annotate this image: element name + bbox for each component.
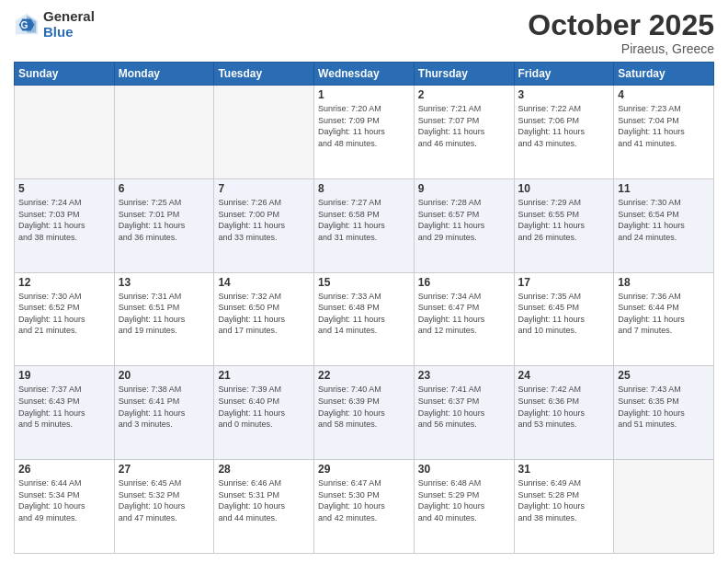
header: G General Blue October 2025 Piraeus, Gre… (14, 9, 714, 56)
day-info: Sunrise: 7:26 AM Sunset: 7:00 PM Dayligh… (218, 197, 310, 243)
day-number: 3 (518, 88, 610, 101)
day-info: Sunrise: 7:43 AM Sunset: 6:35 PM Dayligh… (618, 384, 710, 430)
col-sunday: Sunday (15, 63, 115, 86)
svg-text:G: G (20, 19, 28, 29)
day-number: 6 (119, 182, 210, 195)
day-info: Sunrise: 7:29 AM Sunset: 6:55 PM Dayligh… (518, 197, 610, 243)
day-info: Sunrise: 7:34 AM Sunset: 6:47 PM Dayligh… (418, 291, 510, 337)
logo-blue-text: Blue (43, 25, 95, 40)
day-number: 24 (518, 369, 610, 382)
table-row (614, 460, 714, 554)
day-info: Sunrise: 6:46 AM Sunset: 5:31 PM Dayligh… (218, 477, 310, 523)
logo-text: General Blue (43, 9, 95, 40)
table-row: 25Sunrise: 7:43 AM Sunset: 6:35 PM Dayli… (614, 366, 714, 460)
day-number: 1 (318, 88, 410, 101)
day-info: Sunrise: 7:36 AM Sunset: 6:44 PM Dayligh… (618, 291, 710, 337)
col-saturday: Saturday (614, 63, 714, 86)
table-row: 28Sunrise: 6:46 AM Sunset: 5:31 PM Dayli… (214, 460, 314, 554)
table-row: 16Sunrise: 7:34 AM Sunset: 6:47 PM Dayli… (414, 272, 514, 366)
day-number: 19 (18, 369, 110, 382)
day-info: Sunrise: 7:24 AM Sunset: 7:03 PM Dayligh… (18, 197, 110, 243)
day-number: 5 (18, 182, 110, 195)
day-info: Sunrise: 7:40 AM Sunset: 6:39 PM Dayligh… (318, 384, 410, 430)
day-number: 23 (418, 369, 510, 382)
col-monday: Monday (114, 63, 214, 86)
day-info: Sunrise: 7:28 AM Sunset: 6:57 PM Dayligh… (418, 197, 510, 243)
day-info: Sunrise: 7:30 AM Sunset: 6:54 PM Dayligh… (618, 197, 710, 243)
day-number: 13 (119, 276, 210, 289)
day-info: Sunrise: 6:45 AM Sunset: 5:32 PM Dayligh… (119, 477, 210, 523)
table-row: 7Sunrise: 7:26 AM Sunset: 7:00 PM Daylig… (214, 178, 314, 272)
table-row: 18Sunrise: 7:36 AM Sunset: 6:44 PM Dayli… (614, 272, 714, 366)
table-row: 29Sunrise: 6:47 AM Sunset: 5:30 PM Dayli… (314, 460, 415, 554)
day-info: Sunrise: 7:20 AM Sunset: 7:09 PM Dayligh… (318, 103, 410, 149)
day-number: 9 (418, 182, 510, 195)
logo-general-text: General (43, 9, 95, 25)
day-info: Sunrise: 7:33 AM Sunset: 6:48 PM Dayligh… (318, 291, 410, 337)
table-row: 19Sunrise: 7:37 AM Sunset: 6:43 PM Dayli… (15, 366, 115, 460)
day-info: Sunrise: 7:27 AM Sunset: 6:58 PM Dayligh… (318, 197, 410, 243)
table-row: 21Sunrise: 7:39 AM Sunset: 6:40 PM Dayli… (214, 366, 314, 460)
day-info: Sunrise: 7:32 AM Sunset: 6:50 PM Dayligh… (218, 291, 310, 337)
table-row: 1Sunrise: 7:20 AM Sunset: 7:09 PM Daylig… (314, 86, 415, 179)
logo: G General Blue (14, 9, 95, 40)
day-info: Sunrise: 6:48 AM Sunset: 5:29 PM Dayligh… (418, 477, 510, 523)
table-row: 2Sunrise: 7:21 AM Sunset: 7:07 PM Daylig… (414, 86, 514, 179)
day-info: Sunrise: 6:47 AM Sunset: 5:30 PM Dayligh… (318, 477, 410, 523)
day-number: 22 (318, 369, 410, 382)
table-row: 27Sunrise: 6:45 AM Sunset: 5:32 PM Dayli… (114, 460, 214, 554)
day-number: 30 (418, 463, 510, 476)
day-info: Sunrise: 7:37 AM Sunset: 6:43 PM Dayligh… (18, 384, 110, 430)
day-number: 31 (518, 463, 610, 476)
day-number: 28 (218, 463, 310, 476)
title-block: October 2025 Piraeus, Greece (528, 9, 714, 56)
calendar-table: Sunday Monday Tuesday Wednesday Thursday… (14, 62, 714, 554)
day-number: 26 (18, 463, 110, 476)
day-number: 2 (418, 88, 510, 101)
table-row (114, 86, 214, 179)
day-number: 29 (318, 463, 410, 476)
col-friday: Friday (514, 63, 614, 86)
table-row: 17Sunrise: 7:35 AM Sunset: 6:45 PM Dayli… (514, 272, 614, 366)
day-number: 25 (618, 369, 710, 382)
calendar-week-row: 26Sunrise: 6:44 AM Sunset: 5:34 PM Dayli… (15, 460, 714, 554)
table-row: 10Sunrise: 7:29 AM Sunset: 6:55 PM Dayli… (514, 178, 614, 272)
day-number: 20 (119, 369, 210, 382)
day-number: 8 (318, 182, 410, 195)
day-info: Sunrise: 7:22 AM Sunset: 7:06 PM Dayligh… (518, 103, 610, 149)
table-row: 13Sunrise: 7:31 AM Sunset: 6:51 PM Dayli… (114, 272, 214, 366)
table-row (214, 86, 314, 179)
day-number: 21 (218, 369, 310, 382)
col-tuesday: Tuesday (214, 63, 314, 86)
page: G General Blue October 2025 Piraeus, Gre… (0, 0, 728, 563)
day-info: Sunrise: 6:49 AM Sunset: 5:28 PM Dayligh… (518, 477, 610, 523)
table-row: 31Sunrise: 6:49 AM Sunset: 5:28 PM Dayli… (514, 460, 614, 554)
day-info: Sunrise: 7:41 AM Sunset: 6:37 PM Dayligh… (418, 384, 510, 430)
day-info: Sunrise: 7:23 AM Sunset: 7:04 PM Dayligh… (618, 103, 710, 149)
day-info: Sunrise: 7:30 AM Sunset: 6:52 PM Dayligh… (18, 291, 110, 337)
table-row: 4Sunrise: 7:23 AM Sunset: 7:04 PM Daylig… (614, 86, 714, 179)
table-row: 24Sunrise: 7:42 AM Sunset: 6:36 PM Dayli… (514, 366, 614, 460)
day-info: Sunrise: 6:44 AM Sunset: 5:34 PM Dayligh… (18, 477, 110, 523)
table-row: 15Sunrise: 7:33 AM Sunset: 6:48 PM Dayli… (314, 272, 415, 366)
table-row (15, 86, 115, 179)
table-row: 9Sunrise: 7:28 AM Sunset: 6:57 PM Daylig… (414, 178, 514, 272)
table-row: 23Sunrise: 7:41 AM Sunset: 6:37 PM Dayli… (414, 366, 514, 460)
day-info: Sunrise: 7:38 AM Sunset: 6:41 PM Dayligh… (119, 384, 210, 430)
day-number: 27 (119, 463, 210, 476)
table-row: 20Sunrise: 7:38 AM Sunset: 6:41 PM Dayli… (114, 366, 214, 460)
day-info: Sunrise: 7:21 AM Sunset: 7:07 PM Dayligh… (418, 103, 510, 149)
day-number: 12 (18, 276, 110, 289)
day-number: 17 (518, 276, 610, 289)
day-number: 15 (318, 276, 410, 289)
day-info: Sunrise: 7:39 AM Sunset: 6:40 PM Dayligh… (218, 384, 310, 430)
table-row: 26Sunrise: 6:44 AM Sunset: 5:34 PM Dayli… (15, 460, 115, 554)
calendar-week-row: 1Sunrise: 7:20 AM Sunset: 7:09 PM Daylig… (15, 86, 714, 179)
month-title: October 2025 (528, 9, 714, 41)
day-number: 11 (618, 182, 710, 195)
calendar-header-row: Sunday Monday Tuesday Wednesday Thursday… (15, 63, 714, 86)
day-number: 4 (618, 88, 710, 101)
logo-icon: G (14, 12, 40, 38)
table-row: 8Sunrise: 7:27 AM Sunset: 6:58 PM Daylig… (314, 178, 415, 272)
calendar-week-row: 5Sunrise: 7:24 AM Sunset: 7:03 PM Daylig… (15, 178, 714, 272)
